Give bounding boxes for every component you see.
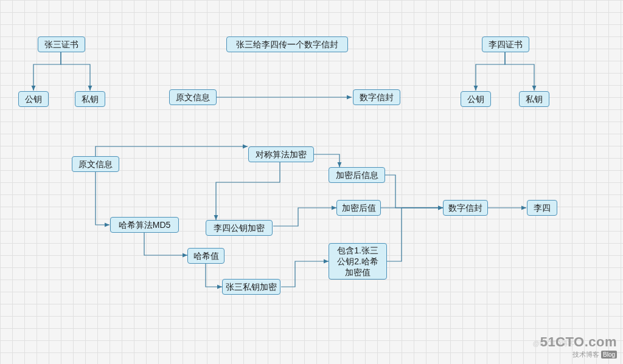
node-ls-cert: 李四证书 [482, 36, 529, 52]
node-zs-priv-enc: 张三私钥加密 [222, 279, 280, 295]
node-sym-enc: 对称算法加密 [248, 146, 314, 162]
node-zs-priv: 私钥 [75, 91, 105, 107]
node-envelope: 数字信封 [443, 200, 488, 216]
node-bundle: 包含1.张三 公钥2.哈希 加密值 [329, 243, 387, 280]
watermark: 51CTO.com 技术博客Blog [540, 334, 617, 359]
node-md5: 哈希算法MD5 [110, 217, 179, 233]
node-ls-pub-enc: 李四公钥加密 [206, 220, 273, 236]
node-enc-val: 加密后值 [336, 200, 381, 216]
node-plain: 原文信息 [72, 156, 119, 172]
diagram-edges [0, 0, 623, 364]
watermark-logo: 51CTO.com [540, 334, 617, 350]
node-hash: 哈希值 [187, 248, 224, 264]
node-zs-cert: 张三证书 [38, 36, 85, 52]
node-ls-pub: 公钥 [461, 91, 491, 107]
watermark-sub: 技术博客Blog [540, 350, 617, 359]
node-zs-pub: 公钥 [18, 91, 49, 107]
node-env-top: 数字信封 [353, 89, 400, 105]
node-plain-top: 原文信息 [169, 89, 217, 105]
node-enc-info: 加密后信息 [329, 167, 385, 183]
node-lisi: 李四 [527, 200, 557, 216]
node-ls-priv: 私钥 [519, 91, 549, 107]
node-title: 张三给李四传一个数字信封 [226, 36, 348, 52]
